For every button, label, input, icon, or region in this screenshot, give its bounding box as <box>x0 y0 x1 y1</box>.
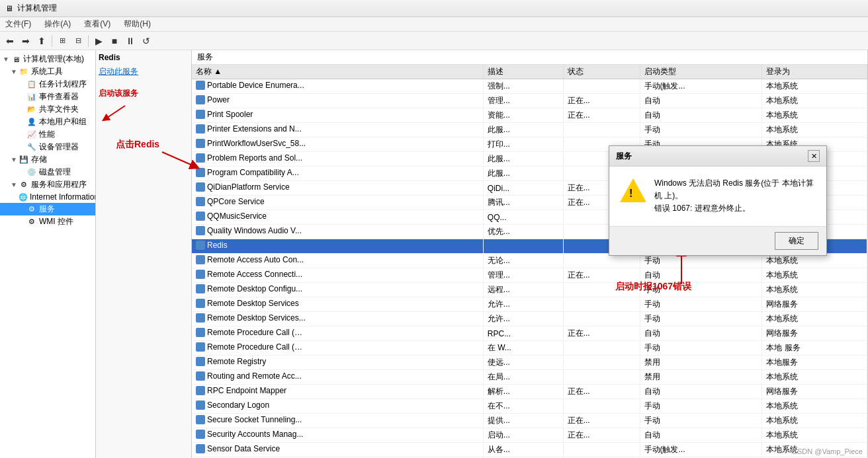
restart-button[interactable]: ↺ <box>139 34 153 48</box>
table-row[interactable]: Printer Extensions and N... 此服... 手动 本地系… <box>192 123 867 137</box>
table-row[interactable]: RPC Endpoint Mapper 解析... 正在... 自动 网络服务 <box>192 385 867 399</box>
table-row[interactable]: Remote Desktop Services 允许... 手动 网络服务 <box>192 297 867 312</box>
forward-button[interactable]: ➡ <box>19 34 33 48</box>
menu-help[interactable]: 帮助(H) <box>121 18 153 30</box>
svc-status-cell: 正在... <box>563 268 640 283</box>
svc-status-cell: 正在... <box>563 108 640 123</box>
svc-status-cell: 正在... <box>563 385 640 399</box>
svc-name-cell: Secure Socket Tunneling... <box>192 414 483 428</box>
svc-startup-cell: 手动(触发... <box>640 79 762 94</box>
svc-startup-cell: 自动 <box>640 428 762 443</box>
warning-triangle <box>620 178 646 202</box>
table-row[interactable]: Remote Desktop Configu... 远程... 手动 本地系统 <box>192 283 867 297</box>
perf-icon: 📈 <box>26 130 37 140</box>
col-status[interactable]: 状态 <box>563 65 640 79</box>
table-row[interactable]: Portable Device Enumera... 强制... 手动(触发..… <box>192 79 867 94</box>
col-desc[interactable]: 描述 <box>483 65 563 79</box>
view-button[interactable]: ⊞ <box>55 34 69 48</box>
table-row[interactable]: Remote Procedure Call (… 在 W... 手动 本地 服务 <box>192 341 867 356</box>
view2-button[interactable]: ⊟ <box>71 34 85 48</box>
tree-item-wmi[interactable]: ⚙ WMI 控件 <box>0 215 95 228</box>
tree-item-device-mgr[interactable]: 🔧 设备管理器 <box>0 141 95 153</box>
tree-item-root[interactable]: ▼ 🖥 计算机管理(本地) <box>0 53 95 65</box>
tree-item-local-users[interactable]: 👤 本地用户和组 <box>0 116 95 128</box>
svc-startup-cell: 手动 <box>640 341 762 356</box>
svc-startup-cell: 手动(触发... <box>640 443 762 457</box>
toolbar-separator-1 <box>52 35 52 47</box>
table-row[interactable]: Print Spooler 资能... 正在... 自动 本地系统 <box>192 108 867 123</box>
tree-item-services[interactable]: ⚙ 服务 <box>0 203 95 215</box>
arrow-start-service <box>99 99 138 126</box>
dialog-footer: 确定 <box>609 226 826 255</box>
table-row[interactable]: Secure Socket Tunneling... 提供... 正在... 手… <box>192 414 867 428</box>
tree-item-perf[interactable]: 📈 性能 <box>0 128 95 141</box>
svc-name-cell: Portable Device Enumera... <box>192 79 483 94</box>
col-startup[interactable]: 启动类型 <box>640 65 762 79</box>
dialog-close-button[interactable]: ✕ <box>808 150 820 162</box>
tree-item-task-sched[interactable]: 📋 任务计划程序 <box>0 78 95 91</box>
back-button[interactable]: ⬅ <box>3 34 17 48</box>
table-row[interactable]: Security Accounts Manag... 启动... 正在... 自… <box>192 428 867 443</box>
menu-action[interactable]: 操作(A) <box>42 18 73 30</box>
dialog-ok-button[interactable]: 确定 <box>775 232 818 250</box>
dialog-message-line2: 错误 1067: 进程意外终止。 <box>654 202 816 215</box>
svc-startup-cell: 禁用 <box>640 356 762 370</box>
svc-logon-cell: 网络服务 <box>762 297 867 312</box>
table-row[interactable]: Remote Access Auto Con... 无论... 手动 本地系统 <box>192 254 867 268</box>
svc-logon-cell: 本地系统 <box>762 428 867 443</box>
tree-item-disk-mgmt[interactable]: 💿 磁盘管理 <box>0 166 95 178</box>
menu-view[interactable]: 查看(V) <box>81 18 113 30</box>
svc-desc-cell: 优先... <box>483 225 563 239</box>
tree-item-shared-folders[interactable]: 📂 共享文件夹 <box>0 103 95 116</box>
svc-startup-cell: 手动 <box>640 414 762 428</box>
svc-desc-cell: 从各... <box>483 443 563 457</box>
svc-name-cell: Problem Reports and Sol... <box>192 152 483 167</box>
svc-startup-cell: 手动 <box>640 312 762 326</box>
table-row[interactable]: Remote Access Connecti... 管理... 正在... 自动… <box>192 268 867 283</box>
table-row[interactable]: Sensor Data Service 从各... 手动(触发... 本地系统 <box>192 443 867 457</box>
svc-status-cell <box>563 399 640 414</box>
table-row[interactable]: Remote Procedure Call (… RPC... 正在... 自动… <box>192 326 867 341</box>
table-row[interactable]: Power 管理... 正在... 自动 本地系统 <box>192 94 867 108</box>
tree-item-svc-apps[interactable]: ▼ ⚙ 服务和应用程序 <box>0 178 95 191</box>
table-row[interactable]: Routing and Remote Acc... 在局... 禁用 本地系统 <box>192 370 867 385</box>
expand-icon: ▼ <box>11 156 19 163</box>
menu-bar: 文件(F) 操作(A) 查看(V) 帮助(H) <box>0 17 868 32</box>
storage-icon: 💾 <box>19 155 29 165</box>
stop-button[interactable]: ■ <box>107 34 122 48</box>
col-logon[interactable]: 登录为 <box>762 65 867 79</box>
svc-startup-cell: 手动 <box>640 254 762 268</box>
table-row[interactable]: Remote Desktop Services... 允许... 手动 本地系统 <box>192 312 867 326</box>
svc-desc-cell: 允许... <box>483 312 563 326</box>
svc-status-cell <box>563 123 640 137</box>
svc-name-cell: PrintWorkflowUserSvc_58... <box>192 137 483 152</box>
svc-status-cell: 正在... <box>563 94 640 108</box>
toolbar-separator-2 <box>88 35 89 47</box>
col-name[interactable]: 名称 ▲ <box>192 65 483 79</box>
tree-panel: ▼ 🖥 计算机管理(本地) ▼ 📁 系统工具 📋 任务计划程序 📊 事件查看器 … <box>0 50 96 458</box>
svc-logon-cell: 本地系统 <box>762 399 867 414</box>
service-section-name: Redis <box>99 53 189 62</box>
tree-item-event-viewer[interactable]: 📊 事件查看器 <box>0 91 95 103</box>
pause-button[interactable]: ⏸ <box>123 34 138 48</box>
svc-startup-cell: 自动 <box>640 108 762 123</box>
up-button[interactable]: ⬆ <box>34 34 49 48</box>
svc-desc-cell: 提供... <box>483 414 563 428</box>
users-icon: 👤 <box>26 117 37 128</box>
table-row[interactable]: Secondary Logon 在不... 手动 本地系统 <box>192 399 867 414</box>
tree-item-storage[interactable]: ▼ 💾 存储 <box>0 153 95 166</box>
table-row[interactable]: Remote Registry 使远... 禁用 本地服务 <box>192 356 867 370</box>
svc-name-cell: Print Spooler <box>192 108 483 123</box>
start-service-link[interactable]: 启动此服务 <box>99 67 138 76</box>
folder-icon: 📁 <box>19 67 29 77</box>
svc-desc-cell: 资能... <box>483 108 563 123</box>
tree-item-sys-tools[interactable]: ▼ 📁 系统工具 <box>0 65 95 78</box>
menu-file[interactable]: 文件(F) <box>3 18 34 30</box>
computer-icon: 🖥 <box>11 54 21 65</box>
svc-startup-cell: 禁用 <box>640 370 762 385</box>
play-button[interactable]: ▶ <box>91 34 106 48</box>
tree-item-iis[interactable]: 🌐 Internet Information S... <box>0 191 95 203</box>
apps-icon: ⚙ <box>19 180 29 190</box>
svc-desc-cell: 此服... <box>483 152 563 167</box>
svc-name-cell: Sensor Data Service <box>192 443 483 457</box>
